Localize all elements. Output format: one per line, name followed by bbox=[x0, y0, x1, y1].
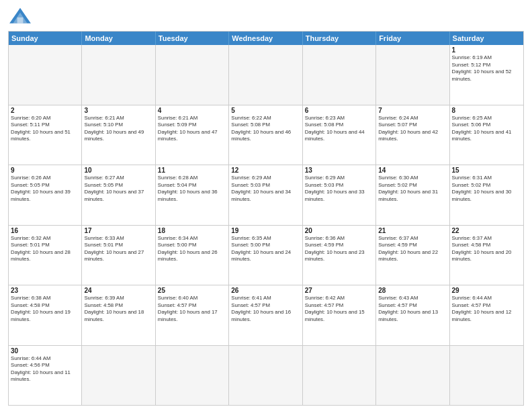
cal-week-row: 9Sunrise: 6:26 AMSunset: 5:05 PMDaylight… bbox=[9, 165, 523, 225]
svg-rect-2 bbox=[17, 17, 24, 24]
day-number: 14 bbox=[378, 167, 447, 174]
cal-cell: 9Sunrise: 6:26 AMSunset: 5:05 PMDaylight… bbox=[9, 165, 82, 225]
cal-cell bbox=[376, 346, 449, 406]
cal-cell: 24Sunrise: 6:39 AMSunset: 4:58 PMDayligh… bbox=[82, 285, 155, 345]
cal-week-row: 2Sunrise: 6:20 AMSunset: 5:11 PMDaylight… bbox=[9, 105, 523, 165]
cal-cell: 3Sunrise: 6:21 AMSunset: 5:10 PMDaylight… bbox=[82, 105, 155, 165]
cell-info: Sunrise: 6:25 AMSunset: 5:06 PMDaylight:… bbox=[452, 115, 521, 143]
day-number: 15 bbox=[452, 167, 521, 174]
day-number: 20 bbox=[305, 227, 373, 234]
cal-cell: 19Sunrise: 6:35 AMSunset: 5:00 PMDayligh… bbox=[229, 226, 302, 285]
day-number: 16 bbox=[11, 227, 79, 234]
cal-cell bbox=[303, 346, 376, 406]
day-number: 21 bbox=[378, 227, 447, 234]
cal-cell: 10Sunrise: 6:27 AMSunset: 5:05 PMDayligh… bbox=[82, 165, 155, 225]
cal-cell: 29Sunrise: 6:44 AMSunset: 4:57 PMDayligh… bbox=[450, 285, 523, 345]
cal-cell bbox=[376, 45, 449, 105]
cal-cell: 1Sunrise: 6:19 AMSunset: 5:12 PMDaylight… bbox=[450, 45, 523, 105]
cell-info: Sunrise: 6:20 AMSunset: 5:11 PMDaylight:… bbox=[11, 115, 79, 143]
cell-info: Sunrise: 6:33 AMSunset: 5:01 PMDaylight:… bbox=[84, 235, 152, 263]
cal-cell: 5Sunrise: 6:22 AMSunset: 5:08 PMDaylight… bbox=[229, 105, 302, 165]
cal-header-day: Wednesday bbox=[229, 32, 302, 45]
day-number: 18 bbox=[158, 227, 226, 234]
cell-info: Sunrise: 6:42 AMSunset: 4:57 PMDaylight:… bbox=[305, 295, 373, 323]
logo-icon bbox=[8, 7, 32, 27]
cal-header-day: Sunday bbox=[9, 32, 82, 45]
cell-info: Sunrise: 6:22 AMSunset: 5:08 PMDaylight:… bbox=[231, 115, 300, 143]
cell-info: Sunrise: 6:21 AMSunset: 5:10 PMDaylight:… bbox=[84, 115, 152, 143]
cell-info: Sunrise: 6:41 AMSunset: 4:57 PMDaylight:… bbox=[231, 295, 300, 323]
cal-cell: 30Sunrise: 6:44 AMSunset: 4:56 PMDayligh… bbox=[9, 346, 82, 406]
cell-info: Sunrise: 6:40 AMSunset: 4:57 PMDaylight:… bbox=[158, 295, 226, 323]
cal-header-day: Friday bbox=[376, 32, 449, 45]
day-number: 5 bbox=[231, 107, 300, 114]
cal-cell: 23Sunrise: 6:38 AMSunset: 4:58 PMDayligh… bbox=[9, 285, 82, 345]
cal-cell: 22Sunrise: 6:37 AMSunset: 4:58 PMDayligh… bbox=[450, 226, 523, 285]
calendar: SundayMondayTuesdayWednesdayThursdayFrid… bbox=[8, 31, 524, 406]
day-number: 26 bbox=[231, 287, 300, 294]
cal-header-day: Monday bbox=[82, 32, 155, 45]
day-number: 27 bbox=[305, 287, 373, 294]
cell-info: Sunrise: 6:23 AMSunset: 5:08 PMDaylight:… bbox=[305, 115, 373, 143]
cal-cell: 27Sunrise: 6:42 AMSunset: 4:57 PMDayligh… bbox=[303, 285, 376, 345]
cell-info: Sunrise: 6:36 AMSunset: 4:59 PMDaylight:… bbox=[305, 235, 373, 263]
cell-info: Sunrise: 6:31 AMSunset: 5:02 PMDaylight:… bbox=[452, 175, 521, 203]
cal-cell bbox=[156, 45, 229, 105]
day-number: 25 bbox=[158, 287, 226, 294]
cell-info: Sunrise: 6:28 AMSunset: 5:04 PMDaylight:… bbox=[158, 175, 226, 203]
day-number: 19 bbox=[231, 227, 300, 234]
calendar-body: 1Sunrise: 6:19 AMSunset: 5:12 PMDaylight… bbox=[9, 45, 523, 405]
day-number: 6 bbox=[305, 107, 373, 114]
cell-info: Sunrise: 6:44 AMSunset: 4:57 PMDaylight:… bbox=[452, 295, 521, 323]
cal-cell: 7Sunrise: 6:24 AMSunset: 5:07 PMDaylight… bbox=[376, 105, 449, 165]
cal-cell: 12Sunrise: 6:29 AMSunset: 5:03 PMDayligh… bbox=[229, 165, 302, 225]
cell-info: Sunrise: 6:37 AMSunset: 4:58 PMDaylight:… bbox=[452, 235, 521, 263]
cal-cell: 2Sunrise: 6:20 AMSunset: 5:11 PMDaylight… bbox=[9, 105, 82, 165]
day-number: 9 bbox=[11, 167, 79, 174]
cal-cell bbox=[450, 346, 523, 406]
cell-info: Sunrise: 6:37 AMSunset: 4:59 PMDaylight:… bbox=[378, 235, 447, 263]
cell-info: Sunrise: 6:26 AMSunset: 5:05 PMDaylight:… bbox=[11, 175, 79, 203]
cal-cell bbox=[82, 45, 155, 105]
cell-info: Sunrise: 6:38 AMSunset: 4:58 PMDaylight:… bbox=[11, 295, 79, 323]
day-number: 2 bbox=[11, 107, 79, 114]
day-number: 1 bbox=[452, 46, 521, 54]
day-number: 7 bbox=[378, 107, 447, 114]
cal-cell: 25Sunrise: 6:40 AMSunset: 4:57 PMDayligh… bbox=[156, 285, 229, 345]
cal-cell: 11Sunrise: 6:28 AMSunset: 5:04 PMDayligh… bbox=[156, 165, 229, 225]
cal-cell: 16Sunrise: 6:32 AMSunset: 5:01 PMDayligh… bbox=[9, 226, 82, 285]
cell-info: Sunrise: 6:27 AMSunset: 5:05 PMDaylight:… bbox=[84, 175, 152, 203]
day-number: 11 bbox=[158, 167, 226, 174]
cell-info: Sunrise: 6:30 AMSunset: 5:02 PMDaylight:… bbox=[378, 175, 447, 203]
header bbox=[8, 7, 524, 27]
cal-week-row: 23Sunrise: 6:38 AMSunset: 4:58 PMDayligh… bbox=[9, 285, 523, 345]
page: SundayMondayTuesdayWednesdayThursdayFrid… bbox=[0, 0, 532, 411]
day-number: 29 bbox=[452, 287, 521, 294]
cal-cell: 20Sunrise: 6:36 AMSunset: 4:59 PMDayligh… bbox=[303, 226, 376, 285]
cal-cell: 14Sunrise: 6:30 AMSunset: 5:02 PMDayligh… bbox=[376, 165, 449, 225]
cell-info: Sunrise: 6:21 AMSunset: 5:09 PMDaylight:… bbox=[158, 115, 226, 143]
calendar-header: SundayMondayTuesdayWednesdayThursdayFrid… bbox=[9, 32, 523, 45]
cell-info: Sunrise: 6:19 AMSunset: 5:12 PMDaylight:… bbox=[452, 54, 521, 83]
cell-info: Sunrise: 6:29 AMSunset: 5:03 PMDaylight:… bbox=[231, 175, 300, 203]
cal-cell: 8Sunrise: 6:25 AMSunset: 5:06 PMDaylight… bbox=[450, 105, 523, 165]
day-number: 4 bbox=[158, 107, 226, 114]
cell-info: Sunrise: 6:43 AMSunset: 4:57 PMDaylight:… bbox=[378, 295, 447, 323]
cal-week-row: 30Sunrise: 6:44 AMSunset: 4:56 PMDayligh… bbox=[9, 345, 523, 406]
day-number: 30 bbox=[11, 347, 79, 355]
cal-cell bbox=[229, 346, 302, 406]
cal-header-day: Saturday bbox=[450, 32, 523, 45]
cal-cell: 18Sunrise: 6:34 AMSunset: 5:00 PMDayligh… bbox=[156, 226, 229, 285]
cell-info: Sunrise: 6:35 AMSunset: 5:00 PMDaylight:… bbox=[231, 235, 300, 263]
logo bbox=[8, 7, 35, 27]
cell-info: Sunrise: 6:39 AMSunset: 4:58 PMDaylight:… bbox=[84, 295, 152, 323]
day-number: 13 bbox=[305, 167, 373, 174]
day-number: 24 bbox=[84, 287, 152, 294]
day-number: 23 bbox=[11, 287, 79, 294]
cal-cell: 15Sunrise: 6:31 AMSunset: 5:02 PMDayligh… bbox=[450, 165, 523, 225]
cell-info: Sunrise: 6:24 AMSunset: 5:07 PMDaylight:… bbox=[378, 115, 447, 143]
cal-week-row: 16Sunrise: 6:32 AMSunset: 5:01 PMDayligh… bbox=[9, 225, 523, 285]
day-number: 22 bbox=[452, 227, 521, 234]
cal-cell: 4Sunrise: 6:21 AMSunset: 5:09 PMDaylight… bbox=[156, 105, 229, 165]
day-number: 12 bbox=[231, 167, 300, 174]
